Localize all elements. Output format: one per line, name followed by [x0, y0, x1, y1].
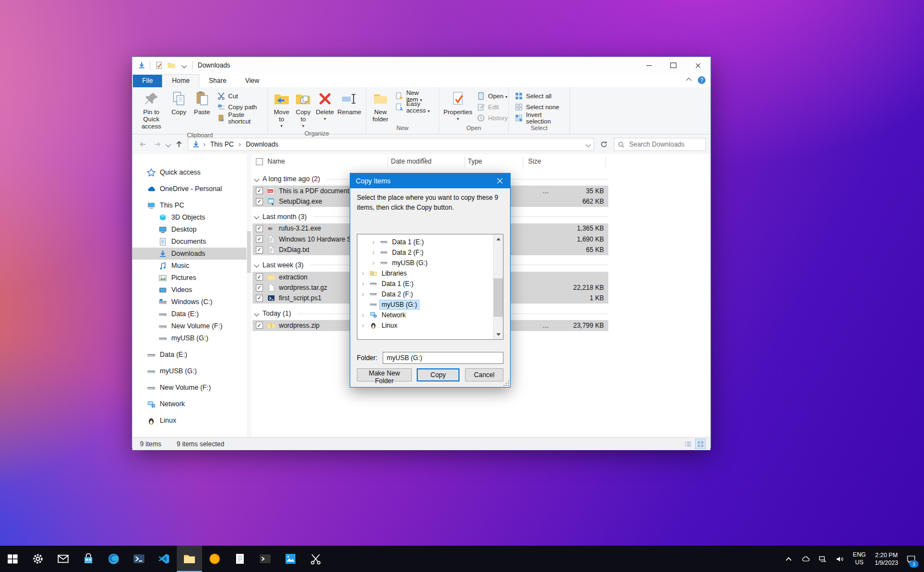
expander-icon[interactable]: [362, 270, 368, 277]
sidebar-item-3d-objects[interactable]: 3D Objects: [132, 211, 247, 223]
edit-button[interactable]: Edit: [474, 102, 511, 113]
maximize-button[interactable]: [661, 57, 686, 74]
customize-toolbar-icon[interactable]: [180, 61, 188, 70]
tray-onedrive[interactable]: [797, 546, 814, 572]
tray-volume[interactable]: [831, 546, 848, 572]
forward-button[interactable]: [152, 138, 164, 150]
action-center-button[interactable]: 3: [903, 546, 920, 572]
collapse-group-icon[interactable]: [254, 176, 260, 182]
row-checkbox[interactable]: [256, 284, 263, 291]
copy-to-button[interactable]: Copy to: [293, 89, 315, 130]
sidebar-item-myusb-g-root[interactable]: myUSB (G:): [132, 365, 247, 377]
expander-icon[interactable]: [372, 259, 378, 267]
rename-button[interactable]: Rename: [336, 89, 363, 117]
dialog-close-button[interactable]: [489, 173, 510, 188]
taskbar-notepad[interactable]: [227, 546, 253, 572]
sidebar-item-data-e[interactable]: Data (E:): [132, 308, 247, 320]
tray-chevron-up[interactable]: [780, 546, 797, 572]
select-none-button[interactable]: Select none: [512, 102, 567, 113]
tab-share[interactable]: Share: [199, 75, 236, 87]
taskbar-powershell[interactable]: [126, 546, 152, 572]
tab-view[interactable]: View: [236, 75, 268, 87]
pin-to-quick-access-button[interactable]: Pin to Quick access: [135, 89, 167, 132]
sidebar-scrollbar[interactable]: [247, 154, 251, 437]
sidebar-item-this-pc[interactable]: This PC: [132, 199, 247, 211]
copy-path-button[interactable]: Copy path: [214, 102, 265, 113]
collapse-group-icon[interactable]: [254, 311, 260, 316]
tab-file[interactable]: File: [133, 75, 162, 87]
collapse-group-icon[interactable]: [254, 262, 260, 268]
taskbar-mail[interactable]: [51, 546, 76, 572]
breadcrumb-this-pc[interactable]: This PC: [208, 139, 236, 149]
copy-button-dialog[interactable]: Copy: [417, 368, 460, 382]
sidebar-item-pictures[interactable]: Pictures: [132, 272, 247, 284]
sidebar-item-linux[interactable]: Linux: [132, 414, 247, 427]
clock[interactable]: 2:20 PM 1/9/2023: [870, 551, 903, 567]
tree-scrollbar[interactable]: [493, 234, 503, 339]
sidebar-item-network[interactable]: Network: [132, 398, 247, 410]
breadcrumb-downloads[interactable]: Downloads: [244, 139, 281, 149]
row-checkbox[interactable]: [256, 273, 263, 281]
row-checkbox[interactable]: [256, 295, 263, 302]
scroll-up-icon[interactable]: [494, 234, 503, 244]
collapse-ribbon-icon[interactable]: [686, 77, 692, 83]
scrollbar-thumb[interactable]: [494, 278, 503, 317]
tree-item-myusb-g[interactable]: myUSB (G:): [357, 257, 503, 268]
resize-grip[interactable]: [503, 380, 509, 386]
expander-icon[interactable]: [362, 322, 368, 329]
invert-selection-button[interactable]: Invert selection: [512, 113, 567, 124]
expander-icon[interactable]: [372, 249, 378, 256]
copy-button[interactable]: Copy: [167, 89, 190, 117]
minimize-button[interactable]: [636, 57, 661, 74]
details-view-button[interactable]: [683, 439, 692, 448]
tray-network[interactable]: [814, 546, 831, 572]
taskbar-photos[interactable]: [278, 546, 303, 572]
folder-input[interactable]: [383, 352, 503, 364]
cut-button[interactable]: Cut: [214, 91, 265, 102]
taskbar-terminal[interactable]: [253, 546, 278, 572]
paste-button[interactable]: Paste: [190, 89, 214, 117]
tree-item-data-1-e[interactable]: Data 1 (E:): [357, 237, 503, 247]
sidebar-item-downloads[interactable]: Downloads: [132, 248, 247, 260]
paste-shortcut-button[interactable]: Paste shortcut: [214, 113, 265, 124]
easy-access-button[interactable]: Easy access: [392, 102, 436, 113]
row-checkbox[interactable]: [256, 187, 263, 194]
tree-item-linux[interactable]: Linux: [357, 320, 503, 330]
new-item-button[interactable]: New item: [392, 91, 436, 102]
column-header-name[interactable]: Name: [267, 158, 285, 165]
taskbar-file-explorer[interactable]: [177, 546, 202, 572]
address-dropdown-icon[interactable]: [586, 142, 591, 147]
column-header-type[interactable]: Type: [468, 158, 482, 165]
language-indicator[interactable]: ENG US: [848, 551, 870, 567]
large-icons-view-button[interactable]: [696, 439, 705, 448]
help-icon[interactable]: ?: [697, 76, 706, 85]
select-all-checkbox[interactable]: [256, 158, 263, 165]
breadcrumb[interactable]: This PC Downloads: [188, 138, 594, 151]
tree-item-data-2-f[interactable]: Data 2 (F:): [357, 247, 503, 257]
sidebar-item-new-volume-f-root[interactable]: New Volume (F:): [132, 382, 247, 394]
column-header-size[interactable]: Size: [528, 158, 541, 165]
taskbar-snipping-tool[interactable]: [303, 546, 328, 572]
sidebar-item-videos[interactable]: Videos: [132, 284, 247, 296]
close-button[interactable]: [686, 57, 710, 74]
column-header-date-modified[interactable]: Date modified: [391, 158, 432, 165]
move-to-button[interactable]: Move to: [271, 89, 293, 130]
recent-locations-icon[interactable]: [166, 142, 171, 147]
taskbar-start-button[interactable]: [0, 546, 25, 572]
search-input[interactable]: [628, 140, 702, 149]
tree-item-data-2-f-root[interactable]: Data 2 (F:): [357, 289, 503, 299]
new-folder-button[interactable]: New folder: [369, 89, 392, 124]
select-all-button[interactable]: Select all: [512, 91, 567, 102]
taskbar-edge[interactable]: [101, 546, 126, 572]
open-button[interactable]: Open: [474, 91, 511, 102]
tree-item-data-1-e-root[interactable]: Data 1 (E:): [357, 278, 503, 289]
expander-icon[interactable]: [362, 280, 368, 288]
delete-button[interactable]: Delete: [314, 89, 336, 122]
sidebar-item-music[interactable]: Music: [132, 260, 247, 272]
taskbar-store[interactable]: [76, 546, 101, 572]
new-folder-quick-icon[interactable]: [167, 61, 176, 70]
row-checkbox[interactable]: [256, 198, 263, 205]
collapse-group-icon[interactable]: [254, 214, 260, 220]
row-checkbox[interactable]: [256, 235, 263, 243]
taskbar-vscode[interactable]: [152, 546, 177, 572]
